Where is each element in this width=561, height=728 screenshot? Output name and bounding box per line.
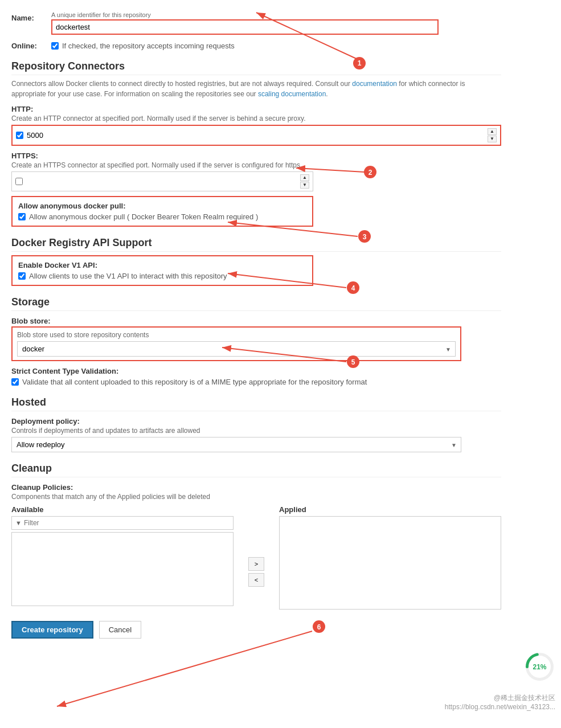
storage-title: Storage <box>11 296 501 311</box>
https-connector-row: ▲ ▼ <box>11 171 313 191</box>
create-repository-button[interactable]: Create repository <box>11 621 93 639</box>
v1-api-section: Enable Docker V1 API: Allow clients to u… <box>11 255 313 286</box>
http-port-input[interactable] <box>27 131 484 140</box>
spinner-up[interactable]: ▲ <box>488 128 497 135</box>
strict-validation-desc: Validate that all content uploaded to th… <box>22 378 367 386</box>
online-description: If checked, the repository accepts incom… <box>62 42 235 50</box>
blob-store-section: Blob store used to store repository cont… <box>11 326 461 361</box>
https-checkbox[interactable] <box>15 178 23 185</box>
available-label: Available <box>11 505 234 514</box>
deployment-policy-label: Deployment policy: <box>11 417 501 426</box>
http-checkbox[interactable] <box>16 132 23 139</box>
circle-1: 1 <box>353 57 366 69</box>
cleanup-lists-container: Available ▼ > < Applied <box>11 505 501 610</box>
available-col: Available ▼ <box>11 505 234 610</box>
https-spinner-up[interactable]: ▲ <box>300 174 309 181</box>
hosted-title: Hosted <box>11 396 501 411</box>
filter-wrap: ▼ <box>11 516 234 530</box>
applied-list <box>279 516 501 610</box>
blob-store-desc: Blob store used to store repository cont… <box>17 331 456 339</box>
https-label: HTTPS: <box>11 152 501 160</box>
watermark-line2: https://blog.csdn.net/weixin_43123... <box>445 703 555 711</box>
https-desc: Create an HTTPS connector at specified p… <box>11 161 501 169</box>
https-port-input[interactable] <box>26 177 297 186</box>
progress-circle-widget: 21% <box>524 651 555 682</box>
bottom-buttons: Create repository Cancel <box>11 621 501 650</box>
anon-pull-title: Allow anonymous docker pull: <box>18 202 306 210</box>
docker-registry-title: Docker Registry API Support <box>11 237 501 252</box>
filter-icon: ▼ <box>15 520 22 526</box>
filter-input[interactable] <box>24 519 230 527</box>
cleanup-policies-desc: Components that match any of the Applied… <box>11 493 501 501</box>
watermark-line1: @稀土掘金技术社区 <box>445 693 555 703</box>
blob-store-select-wrapper: docker default ▼ <box>17 341 456 357</box>
deployment-policy-desc: Controls if deployments of and updates t… <box>11 427 501 435</box>
deployment-policy-wrapper: Allow redeploy Disable redeploy Read-onl… <box>11 437 461 452</box>
repository-connectors-desc: Connectors allow Docker clients to conne… <box>11 79 501 99</box>
http-desc: Create an HTTP connector at specified po… <box>11 114 501 122</box>
online-checkbox[interactable] <box>51 42 59 50</box>
anon-pull-label: Allow anonymous docker pull ( Docker Bea… <box>29 212 258 221</box>
online-label: Online: <box>11 39 51 50</box>
name-hint: A unique identifier for this repository <box>51 11 501 18</box>
deployment-policy-select[interactable]: Allow redeploy Disable redeploy Read-onl… <box>11 437 461 452</box>
cancel-button[interactable]: Cancel <box>99 621 141 639</box>
blob-store-select[interactable]: docker default <box>17 341 456 357</box>
blob-store-label: Blob store: <box>11 317 501 325</box>
name-label: Name: <box>11 11 51 22</box>
transfer-left-btn[interactable]: < <box>248 573 264 587</box>
https-spinner: ▲ ▼ <box>300 174 309 189</box>
scaling-link[interactable]: scaling documentation <box>258 90 326 98</box>
repository-connectors-title: Repository Connectors <box>11 60 501 75</box>
anon-pull-checkbox[interactable] <box>18 213 26 220</box>
cleanup-title: Cleanup <box>11 463 501 477</box>
v1-api-title: Enable Docker V1 API: <box>18 261 306 269</box>
transfer-buttons: > < <box>245 534 268 610</box>
http-label: HTTP: <box>11 105 501 113</box>
transfer-right-btn[interactable]: > <box>248 557 264 571</box>
v1-api-label: Allow clients to use the V1 API to inter… <box>29 272 227 280</box>
anon-pull-section: Allow anonymous docker pull: Allow anony… <box>11 196 313 227</box>
strict-validation-checkbox[interactable] <box>11 378 19 386</box>
spinner-down[interactable]: ▼ <box>488 136 497 142</box>
http-spinner: ▲ ▼ <box>488 128 497 142</box>
http-connector-row: ▲ ▼ <box>11 125 501 146</box>
watermark: @稀土掘金技术社区 https://blog.csdn.net/weixin_4… <box>445 693 561 711</box>
available-list <box>11 532 234 606</box>
documentation-link[interactable]: documentation <box>352 80 397 88</box>
strict-validation-label: Strict Content Type Validation: <box>11 367 501 375</box>
applied-label: Applied <box>279 505 501 514</box>
applied-col: Applied <box>279 505 501 610</box>
name-input[interactable] <box>51 19 439 35</box>
https-spinner-down[interactable]: ▼ <box>300 182 309 189</box>
cleanup-policies-label: Cleanup Policies: <box>11 483 501 492</box>
v1-api-checkbox[interactable] <box>18 272 26 280</box>
progress-text: 21% <box>533 663 546 671</box>
